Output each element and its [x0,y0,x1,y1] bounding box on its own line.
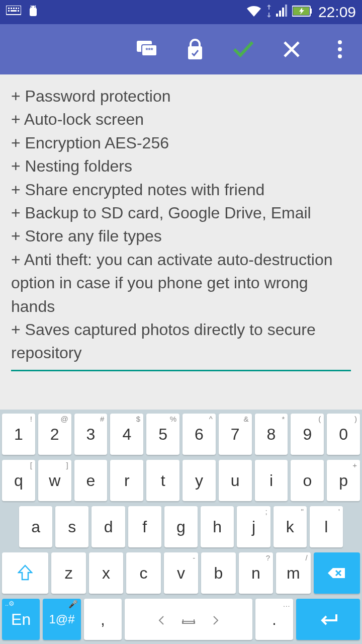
key-k[interactable]: "k [274,506,307,547]
svg-rect-15 [282,8,284,17]
keyboard-row-4: zxc-vb?n/m [2,552,360,594]
keyboard-row-2: [q]wertyuio+p [2,460,360,501]
key-4[interactable]: $4 [110,414,143,455]
keyboard-row-3: asdfgh;j"k'l [2,506,360,547]
cancel-button[interactable] [276,33,308,65]
svg-rect-4 [16,8,17,9]
svg-rect-3 [13,8,15,9]
svg-rect-18 [310,9,312,14]
key-a[interactable]: a [19,506,52,547]
key-g[interactable]: g [164,506,198,547]
svg-line-11 [31,6,32,7]
svg-point-26 [338,54,342,58]
key-1[interactable]: !1 [2,414,35,455]
key-6[interactable]: ^6 [183,414,216,455]
shift-key[interactable] [2,552,48,594]
key-f[interactable]: f [128,506,161,547]
wifi-icon [246,5,262,20]
svg-rect-6 [8,10,10,12]
key-d[interactable]: d [92,506,125,547]
svg-rect-1 [8,8,10,9]
key-x[interactable]: x [89,552,123,594]
lock-button[interactable] [179,33,211,65]
key-h[interactable]: h [201,506,234,547]
keyboard-row-5: ..⚙ En 🎤 1@# , … . [2,599,360,640]
svg-rect-29 [194,619,195,623]
svg-point-25 [338,47,342,51]
note-text-editor[interactable]: + Password protection + Auto-lock screen… [11,85,351,371]
key-p[interactable]: +p [327,460,360,501]
space-key[interactable] [125,599,252,640]
key-9[interactable]: (9 [291,414,324,455]
key-m[interactable]: /m [276,552,310,594]
key-r[interactable]: r [110,460,143,501]
key-j[interactable]: ;j [237,506,270,547]
svg-text:***: *** [145,46,153,54]
status-time: 22:09 [318,4,356,21]
svg-rect-27 [183,621,195,623]
comma-key[interactable]: , [84,599,122,640]
key-n[interactable]: ?n [239,552,273,594]
key-7[interactable]: &7 [219,414,252,455]
key-q[interactable]: [q [2,460,35,501]
key-e[interactable]: e [74,460,108,501]
key-u[interactable]: u [219,460,252,501]
svg-rect-28 [183,619,184,623]
language-key[interactable]: ..⚙ En [2,599,40,640]
status-right: 22:09 [246,4,356,21]
key-2[interactable]: @2 [38,414,71,455]
status-left [6,5,39,20]
app-toolbar: *** [0,24,362,74]
signal-icon [276,5,289,20]
data-arrows-icon [265,5,273,20]
svg-line-12 [35,6,36,7]
keyboard-indicator-icon [6,6,21,19]
password-chat-button[interactable]: *** [131,33,163,65]
key-8[interactable]: *8 [255,414,288,455]
key-y[interactable]: y [183,460,216,501]
battery-charging-icon [292,5,312,19]
svg-rect-2 [11,8,12,9]
svg-rect-5 [18,8,19,9]
period-key[interactable]: … . [255,599,293,640]
note-content-area: + Password protection + Auto-lock screen… [0,74,362,371]
enter-key[interactable] [296,599,360,640]
key-t[interactable]: t [146,460,179,501]
key-3[interactable]: #3 [74,414,108,455]
key-s[interactable]: s [55,506,88,547]
svg-point-24 [338,40,342,44]
keyboard-row-1: !1@2#3$4%5^6&7*8(9)0 [2,414,360,455]
key-c[interactable]: c [126,552,160,594]
confirm-button[interactable] [227,33,259,65]
svg-rect-16 [285,5,287,17]
key-z[interactable]: z [51,552,85,594]
key-0[interactable]: )0 [327,414,360,455]
svg-rect-8 [18,10,19,12]
key-w[interactable]: ]w [38,460,71,501]
status-bar: 22:09 [0,0,362,24]
key-v[interactable]: -v [164,552,198,594]
svg-rect-13 [276,14,278,17]
key-i[interactable]: i [255,460,288,501]
key-b[interactable]: b [201,552,235,594]
svg-rect-14 [279,11,281,17]
backspace-key[interactable] [314,552,360,594]
key-l[interactable]: 'l [310,506,343,547]
android-debug-icon [27,5,39,20]
overflow-menu-button[interactable] [324,33,356,65]
key-5[interactable]: %5 [146,414,179,455]
symbols-key[interactable]: 🎤 1@# [43,599,80,640]
svg-rect-23 [188,46,202,59]
svg-rect-7 [11,10,17,12]
key-o[interactable]: o [291,460,324,501]
soft-keyboard: !1@2#3$4%5^6&7*8(9)0 [q]wertyuio+p asdfg… [0,410,362,644]
